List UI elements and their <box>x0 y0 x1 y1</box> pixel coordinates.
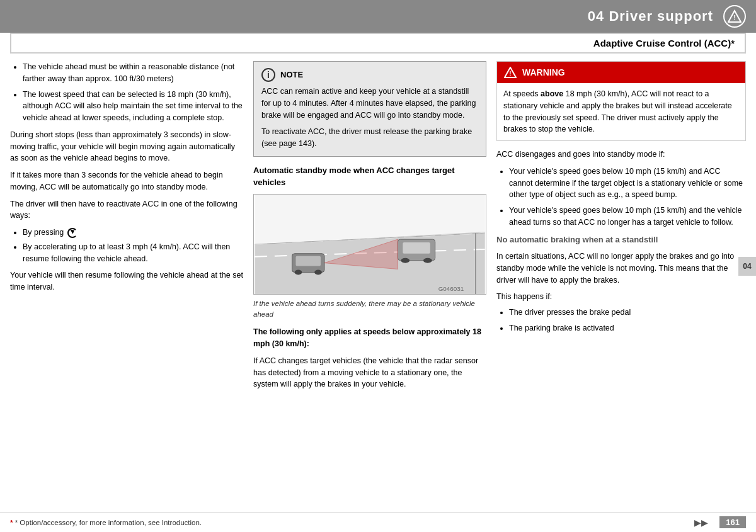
page-number: 161 <box>719 516 746 528</box>
header: 04 Driver support ! <box>0 0 756 33</box>
standby-bullet-2: Your vehicle's speed goes below 10 mph (… <box>509 205 746 229</box>
warning-body: At speeds above 18 mph (30 km/h), ACC wi… <box>497 83 745 140</box>
chapter-side-tab: 04 <box>738 257 756 276</box>
warning-box: ! WARNING At speeds above 18 mph (30 km/… <box>496 61 746 141</box>
acc-changes-body: If ACC changes target vehicles (the vehi… <box>253 355 486 390</box>
warning-header: ! WARNING <box>497 62 745 83</box>
standby-bullets: Your vehicle's speed goes below 10 mph (… <box>509 166 746 229</box>
svg-point-9 <box>295 269 302 274</box>
ego-vehicle <box>292 254 324 275</box>
bullet-speed: The lowest speed that can be selected is… <box>23 89 243 124</box>
left-column: The vehicle ahead must be within a reaso… <box>10 61 243 390</box>
next-arrow-icon: ▶▶ <box>694 518 708 528</box>
para-reactivate-intro: The driver will then have to reactivate … <box>10 198 243 222</box>
svg-point-14 <box>423 258 432 263</box>
page-wrapper: 04 Driver support ! Adaptive Cruise Cont… <box>0 0 756 532</box>
target-vehicle <box>398 239 435 263</box>
section-header: Adaptive Cruise Control (ACC)* <box>10 33 746 54</box>
section-title: Adaptive Cruise Control (ACC)* <box>593 38 735 48</box>
road-diagram: G046031 <box>254 195 486 294</box>
note-label: NOTE <box>280 69 303 81</box>
svg-rect-12 <box>403 242 430 254</box>
warning-triangle-icon: ! <box>723 5 746 28</box>
no-braking-heading: No automatic braking when at a standstil… <box>496 234 746 246</box>
warning-bold-above: above <box>541 89 563 98</box>
bullet-by-accelerating: By accelerating up to at least 3 mph (4 … <box>23 241 243 265</box>
chapter-title: 04 Driver support <box>588 8 713 25</box>
acc-disengages-text: ACC disengages and goes into standby mod… <box>496 149 746 161</box>
note-box: i NOTE ACC can remain active and keep yo… <box>253 61 486 157</box>
diagram-caption: If the vehicle ahead turns suddenly, the… <box>253 298 486 320</box>
this-happens-text: This happens if: <box>496 291 746 303</box>
no-braking-body: In certain situations, ACC will no longe… <box>496 251 746 286</box>
svg-rect-8 <box>295 256 321 266</box>
svg-text:!: ! <box>509 71 511 77</box>
right-column: ! WARNING At speeds above 18 mph (30 km/… <box>496 61 746 390</box>
para-3-seconds: If it takes more than 3 seconds for the … <box>10 169 243 193</box>
diagram-number: G046031 <box>438 285 464 292</box>
footer: * * Option/accessory, for more informati… <box>0 512 756 532</box>
svg-point-13 <box>401 258 410 263</box>
para-short-stops: During short stops (less than approximat… <box>10 129 243 164</box>
no-braking-bullet-1: The driver presses the brake pedal <box>509 307 746 319</box>
note-header: i NOTE <box>261 68 478 82</box>
refresh-button-icon <box>67 228 77 238</box>
footer-right: ▶▶ 161 <box>694 516 746 528</box>
svg-point-10 <box>314 269 322 274</box>
note-text-1: ACC can remain active and keep your vehi… <box>261 86 478 121</box>
info-icon: i <box>261 68 275 82</box>
standby-bullet-1: Your vehicle's speed goes below 10 mph (… <box>509 166 746 201</box>
speeds-below-heading: The following only applies at speeds bel… <box>253 326 486 350</box>
diagram-area: G046031 <box>253 194 486 295</box>
intro-bullets: The vehicle ahead must be within a reaso… <box>23 61 243 124</box>
para-resume-following: Your vehicle will then resume following … <box>10 269 243 293</box>
svg-text:!: ! <box>733 14 736 21</box>
bullet-distance: The vehicle ahead must be within a reaso… <box>23 61 243 85</box>
reactivate-bullets: By pressing By accelerating up to at lea… <box>23 227 243 264</box>
no-braking-bullets: The driver presses the brake pedal The p… <box>509 307 746 334</box>
note-text-2: To reactivate ACC, the driver must relea… <box>261 126 478 150</box>
bullet-by-pressing: By pressing <box>23 227 243 239</box>
warning-label: WARNING <box>522 66 565 79</box>
no-braking-bullet-2: The parking brake is activated <box>509 322 746 334</box>
main-content: The vehicle ahead must be within a reaso… <box>0 54 756 416</box>
footer-asterisk-note: * * Option/accessory, for more informati… <box>10 519 202 526</box>
standby-mode-heading: Automatic standby mode when ACC changes … <box>253 164 486 189</box>
warning-triangle-icon: ! <box>503 65 517 79</box>
middle-column: i NOTE ACC can remain active and keep yo… <box>253 61 486 390</box>
